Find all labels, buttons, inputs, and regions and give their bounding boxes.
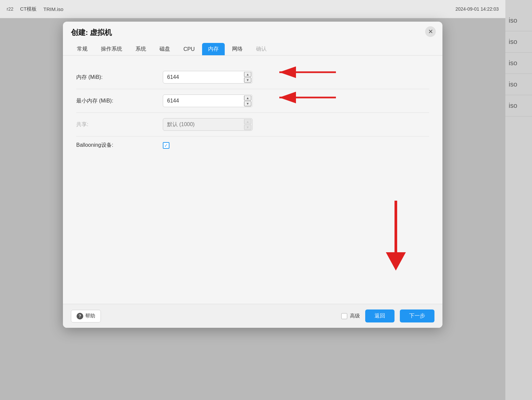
top-bar: r22 CT模板 TRIM.iso 2024-09-01 14:22:03 [0, 0, 505, 18]
share-spinner: ▲ ▼ [163, 118, 253, 131]
back-label: 返回 [375, 313, 385, 318]
memory-label: 内存 (MiB): [76, 74, 163, 81]
share-label: 共享: [76, 121, 163, 128]
footer-right: 高级 返回 下一步 [341, 309, 434, 322]
svg-marker-4 [386, 252, 406, 271]
min-memory-label: 最小内存 (MiB): [76, 98, 163, 104]
ct-tab: CT模板 [20, 6, 37, 12]
create-vm-dialog: 创建: 虚拟机 ✕ 常规 操作系统 系统 磁盘 CPU 内存 网络 确认 内存 … [63, 22, 442, 328]
back-button[interactable]: 返回 [365, 309, 395, 322]
tab-system[interactable]: 系统 [130, 43, 152, 55]
ballooning-checkbox-wrapper[interactable]: ✓ [163, 142, 169, 149]
advanced-checkbox[interactable] [341, 313, 347, 319]
memory-input[interactable] [163, 71, 253, 84]
share-up-arrow: ▲ [244, 119, 251, 124]
min-memory-up-arrow[interactable]: ▲ [244, 96, 251, 101]
min-memory-input[interactable] [163, 95, 253, 107]
advanced-label: 高级 [350, 313, 360, 319]
checkmark-icon: ✓ [164, 143, 168, 148]
ballooning-checkbox[interactable]: ✓ [163, 142, 169, 149]
dialog-content: 内存 (MiB): ▲ ▼ [63, 56, 442, 304]
tab-general[interactable]: 常规 [71, 43, 94, 55]
share-row: 共享: ▲ ▼ [76, 113, 429, 136]
help-icon: ? [77, 313, 83, 319]
memory-down-arrow[interactable]: ▼ [244, 78, 251, 83]
ballooning-label: Ballooning设备: [76, 142, 163, 149]
next-label: 下一步 [409, 313, 425, 318]
min-memory-down-arrow[interactable]: ▼ [244, 101, 251, 106]
ballooning-row: Ballooning设备: ✓ [76, 136, 429, 154]
dialog-backdrop: 创建: 虚拟机 ✕ 常规 操作系统 系统 磁盘 CPU 内存 网络 确认 内存 … [0, 18, 505, 400]
tab-network[interactable]: 网络 [226, 43, 249, 55]
tab-disk[interactable]: 磁盘 [153, 43, 176, 55]
iso-label-1: iso [505, 10, 532, 31]
dialog-title: 创建: 虚拟机 [71, 28, 112, 38]
next-button[interactable]: 下一步 [400, 309, 434, 322]
help-label: 帮助 [85, 313, 95, 319]
iso-label-3: iso [505, 53, 532, 74]
tab-cpu[interactable]: CPU [177, 44, 201, 55]
annotation-arrow-memory [263, 62, 339, 86]
iso-label-5: iso [505, 95, 532, 116]
share-down-arrow: ▼ [244, 125, 251, 130]
min-memory-spinner[interactable]: ▲ ▼ [163, 95, 253, 107]
min-memory-arrows: ▲ ▼ [244, 96, 251, 106]
help-button[interactable]: ? 帮助 [71, 310, 101, 322]
tab-bar: 常规 操作系统 系统 磁盘 CPU 内存 网络 确认 [63, 38, 442, 56]
tab-memory[interactable]: 内存 [202, 43, 225, 55]
tab-os[interactable]: 操作系统 [95, 43, 128, 55]
close-icon: ✕ [428, 28, 433, 35]
close-button[interactable]: ✕ [425, 26, 436, 37]
r22-label: r22 [7, 6, 13, 12]
datetime: 2024-09-01 14:22:03 [455, 6, 499, 12]
memory-up-arrow[interactable]: ▲ [244, 72, 251, 77]
tab-confirm: 确认 [250, 43, 273, 55]
memory-arrows: ▲ ▼ [244, 72, 251, 83]
iso-label-2: iso [505, 31, 532, 53]
memory-row: 内存 (MiB): ▲ ▼ [76, 66, 429, 89]
annotation-arrow-bottom [376, 197, 416, 277]
trim-tab: TRIM.iso [43, 6, 63, 12]
min-memory-row: 最小内存 (MiB): ▲ ▼ [76, 89, 429, 113]
dialog-footer: ? 帮助 高级 返回 下一步 [63, 304, 442, 328]
share-arrows: ▲ ▼ [244, 119, 251, 130]
right-sidebar: iso iso iso iso iso [505, 0, 532, 400]
memory-spinner[interactable]: ▲ ▼ [163, 71, 253, 84]
annotation-arrow-min-memory [263, 86, 339, 109]
share-input [163, 118, 253, 131]
iso-label-4: iso [505, 74, 532, 95]
dialog-titlebar: 创建: 虚拟机 ✕ [63, 22, 442, 38]
advanced-check[interactable]: 高级 [341, 313, 360, 319]
